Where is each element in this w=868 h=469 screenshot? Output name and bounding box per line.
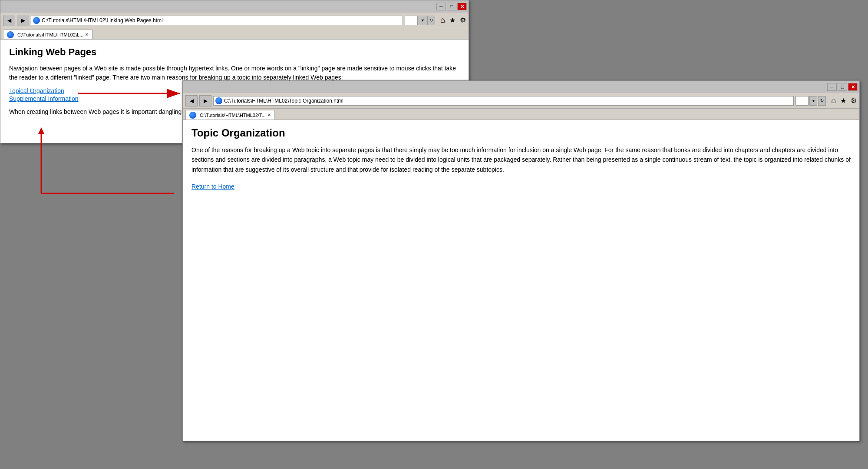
back-button-2[interactable]: ◀ — [185, 95, 198, 106]
browser-window-2: ─ □ ✕ ◀ ▶ C:\Tutorials\HTML\HTML02\Topic… — [182, 80, 860, 441]
tab-active-2[interactable]: C:\Tutorials\HTML\HTML02\T... ✕ — [185, 110, 275, 120]
tab-icon-1 — [7, 31, 14, 38]
forward-button-2[interactable]: ▶ — [199, 95, 211, 106]
home-icon-1[interactable]: ⌂ — [440, 16, 445, 25]
tab-close-2[interactable]: ✕ — [267, 113, 271, 117]
return-home-link[interactable]: Return to Home — [191, 183, 234, 190]
refresh-btn-1[interactable]: ↻ — [427, 16, 435, 25]
minimize-button-1[interactable]: ─ — [436, 3, 446, 10]
title-bar-buttons-2: ─ □ ✕ — [827, 83, 858, 91]
paragraph-1: Navigation between pages of a Web site i… — [9, 64, 460, 82]
star-icon-2[interactable]: ★ — [840, 96, 846, 105]
home-icon-2[interactable]: ⌂ — [831, 96, 836, 105]
search-area-1: ▾ ↻ — [405, 16, 435, 25]
search-area-2: ▾ ↻ — [795, 96, 826, 106]
search-btn-2[interactable]: ▾ — [809, 96, 817, 106]
address-text-1: C:\Tutorials\HTML\HTML02\Linking Web Pag… — [42, 17, 163, 23]
title-bar-2: ─ □ ✕ — [183, 81, 859, 93]
forward-button-1[interactable]: ▶ — [17, 15, 29, 26]
page-heading-1: Linking Web Pages — [9, 47, 460, 58]
tab-close-1[interactable]: ✕ — [85, 32, 89, 37]
search-input-1[interactable] — [405, 16, 418, 25]
refresh-btn-2[interactable]: ↻ — [818, 96, 826, 106]
gear-icon-1[interactable]: ⚙ — [460, 16, 466, 24]
search-btn-1[interactable]: ▾ — [419, 16, 426, 25]
address-bar-2[interactable]: C:\Tutorials\HTML\HTML02\Topic Organizat… — [213, 96, 794, 106]
tab-icon-2 — [189, 112, 196, 119]
close-button-1[interactable]: ✕ — [457, 3, 467, 10]
address-bar-1[interactable]: C:\Tutorials\HTML\HTML02\Linking Web Pag… — [31, 16, 403, 25]
content-area-2: Topic Organization One of the reasons fo… — [183, 120, 859, 441]
toolbar-1: ◀ ▶ C:\Tutorials\HTML\HTML02\Linking Web… — [0, 13, 469, 28]
title-bar-1: ─ □ ✕ — [0, 0, 469, 13]
browser-icon-1 — [33, 17, 40, 24]
topic-paragraph: One of the reasons for breaking up a Web… — [191, 145, 851, 174]
browser-icon-2 — [215, 97, 222, 104]
maximize-button-1[interactable]: □ — [447, 3, 456, 10]
search-input-2[interactable] — [795, 96, 809, 106]
minimize-button-2[interactable]: ─ — [827, 83, 837, 91]
close-button-2[interactable]: ✕ — [848, 83, 858, 91]
back-button-1[interactable]: ◀ — [3, 15, 15, 26]
title-bar-buttons-1: ─ □ ✕ — [436, 3, 467, 10]
gear-icon-2[interactable]: ⚙ — [851, 96, 857, 105]
maximize-button-2[interactable]: □ — [838, 83, 847, 91]
topic-heading: Topic Organization — [191, 127, 851, 139]
tab-active-1[interactable]: C:\Tutorials\HTML\HTML02\L... ✕ — [3, 30, 92, 39]
tab-bar-1: C:\Tutorials\HTML\HTML02\L... ✕ — [0, 28, 469, 40]
toolbar-2: ◀ ▶ C:\Tutorials\HTML\HTML02\Topic Organ… — [183, 93, 859, 109]
tab-label-2: C:\Tutorials\HTML\HTML02\T... — [200, 113, 266, 118]
tab-label-1: C:\Tutorials\HTML\HTML02\L... — [17, 32, 83, 37]
address-text-2: C:\Tutorials\HTML\HTML02\Topic Organizat… — [224, 98, 343, 104]
tab-bar-2: C:\Tutorials\HTML\HTML02\T... ✕ — [183, 109, 859, 120]
star-icon-1[interactable]: ★ — [449, 16, 455, 24]
